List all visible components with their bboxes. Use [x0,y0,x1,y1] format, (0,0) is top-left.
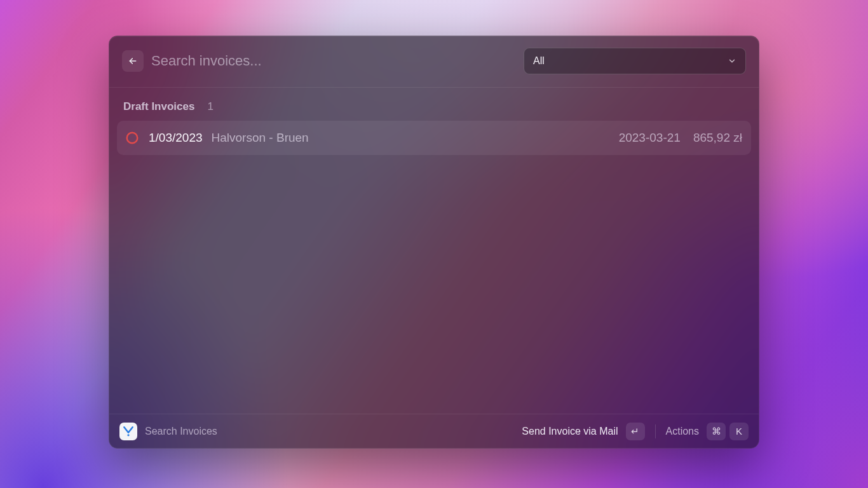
primary-action-label[interactable]: Send Invoice via Mail [522,426,618,437]
svg-point-2 [127,434,129,436]
back-button[interactable] [122,50,144,72]
footer-divider [655,424,656,438]
section-count: 1 [207,100,213,113]
invoice-amount: 865,92 zł [693,131,742,145]
actions-shortcut: ⌘ K [707,423,749,440]
section-header: Draft Invoices 1 [116,93,752,121]
svg-point-1 [127,133,138,144]
footer-title: Search Invoices [145,426,217,437]
app-icon [119,423,137,440]
invoice-row[interactable]: 1/03/2023 Halvorson - Bruen 2023-03-21 8… [117,121,751,155]
section-title: Draft Invoices [123,100,194,113]
search-input[interactable] [151,53,516,69]
command-palette-panel: All Draft Invoices 1 1/03/2023 Halvorson… [109,36,759,449]
enter-key-hint: ↵ [626,423,645,440]
invoice-client: Halvorson - Bruen [212,131,309,145]
arrow-left-icon [128,56,138,66]
invoice-date: 2023-03-21 [619,131,681,145]
results-body: Draft Invoices 1 1/03/2023 Halvorson - B… [109,88,759,414]
panel-footer: Search Invoices Send Invoice via Mail ↵ … [109,414,759,448]
actions-menu-label[interactable]: Actions [666,426,699,437]
filter-dropdown[interactable]: All [524,48,746,74]
k-key-hint: K [729,423,749,440]
draft-status-icon [125,130,140,146]
cmd-key-hint: ⌘ [707,423,726,440]
panel-header: All [109,36,759,88]
invoice-number: 1/03/2023 [149,131,203,145]
filter-selected-label: All [533,55,545,67]
chevron-down-icon [728,57,736,65]
